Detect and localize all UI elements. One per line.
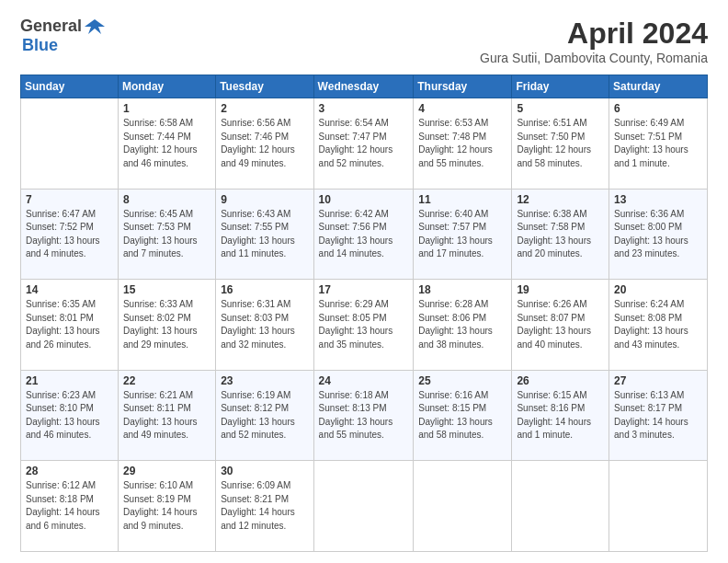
logo: General Blue (20, 17, 108, 55)
day-info: Sunrise: 6:49 AM Sunset: 7:51 PM Dayligh… (614, 117, 702, 170)
day-number: 15 (123, 283, 210, 296)
calendar-cell (414, 461, 512, 552)
day-number: 8 (123, 193, 210, 206)
day-number: 29 (123, 465, 210, 477)
day-number: 2 (221, 102, 308, 115)
day-info: Sunrise: 6:31 AM Sunset: 8:03 PM Dayligh… (221, 298, 308, 351)
subtitle: Gura Sutii, Dambovita County, Romania (480, 51, 708, 65)
day-info: Sunrise: 6:38 AM Sunset: 7:58 PM Dayligh… (517, 208, 604, 261)
day-number: 4 (418, 102, 506, 115)
calendar-cell: 28Sunrise: 6:12 AM Sunset: 8:18 PM Dayli… (21, 461, 119, 552)
calendar-header-row: Sunday Monday Tuesday Wednesday Thursday… (21, 75, 708, 98)
day-info: Sunrise: 6:47 AM Sunset: 7:52 PM Dayligh… (26, 208, 113, 261)
day-number: 28 (26, 465, 113, 477)
calendar-cell: 23Sunrise: 6:19 AM Sunset: 8:12 PM Dayli… (216, 370, 313, 461)
calendar-week-row: 28Sunrise: 6:12 AM Sunset: 8:18 PM Dayli… (21, 461, 708, 552)
day-info: Sunrise: 6:15 AM Sunset: 8:16 PM Dayligh… (517, 389, 604, 442)
day-number: 21 (26, 374, 113, 387)
calendar-cell: 10Sunrise: 6:42 AM Sunset: 7:56 PM Dayli… (313, 189, 414, 280)
day-info: Sunrise: 6:45 AM Sunset: 7:53 PM Dayligh… (123, 208, 210, 261)
day-info: Sunrise: 6:26 AM Sunset: 8:07 PM Dayligh… (517, 298, 604, 351)
calendar-cell: 25Sunrise: 6:16 AM Sunset: 8:15 PM Dayli… (414, 370, 512, 461)
calendar-cell: 16Sunrise: 6:31 AM Sunset: 8:03 PM Dayli… (216, 280, 313, 371)
calendar-cell: 24Sunrise: 6:18 AM Sunset: 8:13 PM Dayli… (313, 370, 414, 461)
calendar-cell: 21Sunrise: 6:23 AM Sunset: 8:10 PM Dayli… (21, 370, 119, 461)
day-info: Sunrise: 6:10 AM Sunset: 8:19 PM Dayligh… (123, 479, 210, 533)
day-number: 9 (221, 193, 308, 206)
header: General Blue April 2024 Gura Sutii, Damb… (20, 17, 708, 65)
day-info: Sunrise: 6:28 AM Sunset: 8:06 PM Dayligh… (418, 298, 506, 351)
calendar-cell: 5Sunrise: 6:51 AM Sunset: 7:50 PM Daylig… (512, 98, 609, 190)
day-number: 26 (517, 374, 604, 387)
day-number: 3 (319, 102, 409, 115)
day-info: Sunrise: 6:42 AM Sunset: 7:56 PM Dayligh… (319, 208, 409, 261)
day-number: 22 (123, 374, 210, 387)
calendar-cell: 26Sunrise: 6:15 AM Sunset: 8:16 PM Dayli… (512, 370, 609, 461)
day-number: 5 (517, 102, 604, 115)
day-number: 12 (517, 193, 604, 206)
calendar-cell: 15Sunrise: 6:33 AM Sunset: 8:02 PM Dayli… (118, 280, 215, 371)
calendar-week-row: 21Sunrise: 6:23 AM Sunset: 8:10 PM Dayli… (21, 370, 708, 461)
day-info: Sunrise: 6:56 AM Sunset: 7:46 PM Dayligh… (221, 117, 308, 170)
day-info: Sunrise: 6:12 AM Sunset: 8:18 PM Dayligh… (26, 479, 113, 533)
calendar-cell: 30Sunrise: 6:09 AM Sunset: 8:21 PM Dayli… (216, 461, 313, 552)
col-friday: Friday (512, 75, 609, 98)
col-wednesday: Wednesday (313, 75, 414, 98)
title-block: April 2024 Gura Sutii, Dambovita County,… (480, 17, 708, 65)
calendar-cell: 2Sunrise: 6:56 AM Sunset: 7:46 PM Daylig… (216, 98, 313, 190)
day-number: 16 (221, 283, 308, 296)
day-number: 10 (319, 193, 409, 206)
day-number: 24 (319, 374, 409, 387)
calendar-cell: 3Sunrise: 6:54 AM Sunset: 7:47 PM Daylig… (313, 98, 414, 190)
day-info: Sunrise: 6:33 AM Sunset: 8:02 PM Dayligh… (123, 298, 210, 351)
day-number: 11 (418, 193, 506, 206)
calendar-cell: 6Sunrise: 6:49 AM Sunset: 7:51 PM Daylig… (609, 98, 708, 190)
day-info: Sunrise: 6:19 AM Sunset: 8:12 PM Dayligh… (221, 389, 308, 442)
calendar-cell: 12Sunrise: 6:38 AM Sunset: 7:58 PM Dayli… (512, 189, 609, 280)
day-info: Sunrise: 6:09 AM Sunset: 8:21 PM Dayligh… (221, 479, 308, 533)
calendar-cell: 4Sunrise: 6:53 AM Sunset: 7:48 PM Daylig… (414, 98, 512, 190)
calendar-cell (21, 98, 119, 190)
svg-marker-0 (85, 19, 105, 34)
day-number: 6 (614, 102, 702, 115)
calendar-cell: 11Sunrise: 6:40 AM Sunset: 7:57 PM Dayli… (414, 189, 512, 280)
day-info: Sunrise: 6:51 AM Sunset: 7:50 PM Dayligh… (517, 117, 604, 170)
day-info: Sunrise: 6:43 AM Sunset: 7:55 PM Dayligh… (221, 208, 308, 261)
day-number: 1 (123, 102, 210, 115)
day-number: 30 (221, 465, 308, 477)
day-number: 19 (517, 283, 604, 296)
day-info: Sunrise: 6:16 AM Sunset: 8:15 PM Dayligh… (418, 389, 506, 442)
calendar-table: Sunday Monday Tuesday Wednesday Thursday… (20, 75, 708, 552)
day-number: 20 (614, 283, 702, 296)
calendar-cell: 22Sunrise: 6:21 AM Sunset: 8:11 PM Dayli… (118, 370, 215, 461)
day-info: Sunrise: 6:13 AM Sunset: 8:17 PM Dayligh… (614, 389, 702, 442)
logo-blue: Blue (22, 36, 58, 54)
logo-general: General (20, 17, 82, 36)
calendar-cell: 27Sunrise: 6:13 AM Sunset: 8:17 PM Dayli… (609, 370, 708, 461)
day-number: 23 (221, 374, 308, 387)
day-info: Sunrise: 6:29 AM Sunset: 8:05 PM Dayligh… (319, 298, 409, 351)
logo-bird-icon (85, 17, 105, 36)
day-number: 17 (319, 283, 409, 296)
main-title: April 2024 (480, 17, 708, 51)
day-number: 7 (26, 193, 113, 206)
calendar-cell: 17Sunrise: 6:29 AM Sunset: 8:05 PM Dayli… (313, 280, 414, 371)
calendar-cell: 1Sunrise: 6:58 AM Sunset: 7:44 PM Daylig… (118, 98, 215, 190)
calendar-cell (512, 461, 609, 552)
day-info: Sunrise: 6:23 AM Sunset: 8:10 PM Dayligh… (26, 389, 113, 442)
calendar-cell: 8Sunrise: 6:45 AM Sunset: 7:53 PM Daylig… (118, 189, 215, 280)
calendar-cell (313, 461, 414, 552)
col-saturday: Saturday (609, 75, 708, 98)
calendar-cell: 9Sunrise: 6:43 AM Sunset: 7:55 PM Daylig… (216, 189, 313, 280)
day-number: 27 (614, 374, 702, 387)
day-info: Sunrise: 6:18 AM Sunset: 8:13 PM Dayligh… (319, 389, 409, 442)
col-tuesday: Tuesday (216, 75, 313, 98)
calendar-cell: 19Sunrise: 6:26 AM Sunset: 8:07 PM Dayli… (512, 280, 609, 371)
calendar-cell (609, 461, 708, 552)
day-info: Sunrise: 6:21 AM Sunset: 8:11 PM Dayligh… (123, 389, 210, 442)
calendar-cell: 7Sunrise: 6:47 AM Sunset: 7:52 PM Daylig… (21, 189, 119, 280)
calendar-week-row: 14Sunrise: 6:35 AM Sunset: 8:01 PM Dayli… (21, 280, 708, 371)
day-info: Sunrise: 6:53 AM Sunset: 7:48 PM Dayligh… (418, 117, 506, 170)
day-info: Sunrise: 6:36 AM Sunset: 8:00 PM Dayligh… (614, 208, 702, 261)
col-monday: Monday (118, 75, 215, 98)
